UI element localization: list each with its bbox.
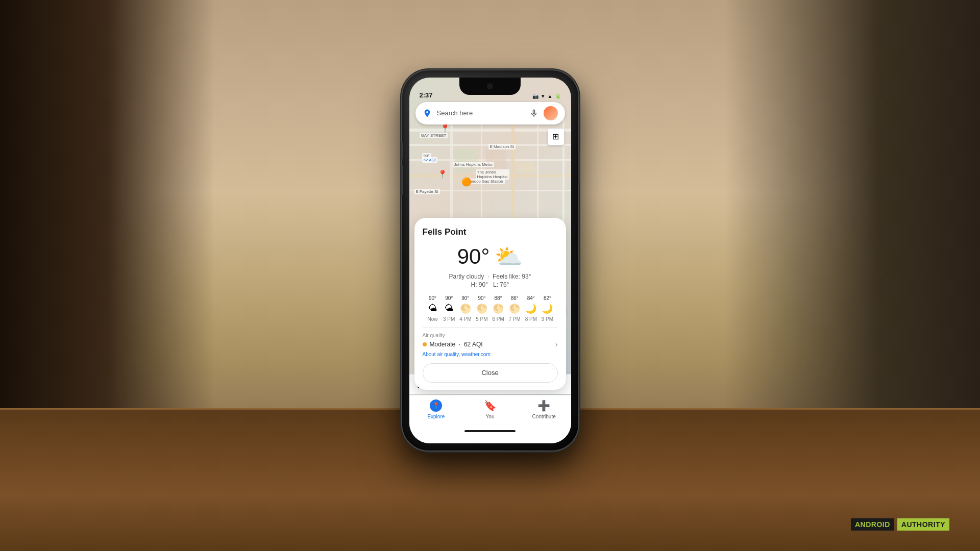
hour-icon-item: 🌕 — [474, 303, 490, 314]
hourly-times-row: Now3 PM4 PM5 PM6 PM7 PM8 PM9 PM — [423, 316, 558, 322]
aqi-status: Moderate · 62 AQI — [430, 341, 483, 348]
watermark: ANDROID AUTHORITY — [851, 518, 949, 531]
signal-icon: ▼ — [541, 93, 546, 99]
hour-weather-icon: 🌙 — [525, 303, 536, 314]
hour-weather-icon: 🌤 — [428, 303, 437, 314]
hour-temp-item: 90° — [425, 295, 441, 301]
hour-icon-item: 🌕 — [490, 303, 506, 314]
air-quality-link[interactable]: About air quality, weather.com — [423, 352, 558, 357]
map-label-madison: E Madison St — [488, 144, 516, 149]
map-label-hospital: The JohnsHopkins Hospital — [476, 169, 509, 180]
location-name: Fells Point — [423, 227, 558, 237]
nav-item-explore[interactable]: 📍Explore — [409, 399, 463, 419]
map-label-90: 90° — [422, 153, 431, 159]
nav-label-you: You — [486, 414, 495, 419]
status-time: 2:37 — [420, 91, 433, 99]
hour-temp-value: 86° — [511, 295, 519, 301]
hour-temp-item: 90° — [474, 295, 490, 301]
hour-time-item: 9 PM — [539, 316, 555, 322]
layers-button[interactable]: ⊞ — [548, 129, 564, 145]
bottom-navigation: 📍Explore🔖You➕Contribute — [409, 395, 571, 443]
hour-temp-item: 86° — [506, 295, 523, 301]
hour-temp-value: 84° — [527, 295, 535, 301]
hour-temp-value: 90° — [478, 295, 485, 301]
weather-icon-main: ⛅ — [495, 243, 523, 270]
hour-time-item: 4 PM — [457, 316, 474, 322]
map-marker-metro: 🟠 — [461, 177, 472, 187]
hour-time-label: 4 PM — [459, 316, 471, 322]
hour-icon-item: 🌤 — [425, 303, 441, 314]
hour-weather-icon: 🌕 — [460, 303, 471, 314]
watermark-authority: AUTHORITY — [897, 518, 949, 531]
nav-item-you[interactable]: 🔖You — [463, 399, 517, 419]
camera-dot — [487, 83, 493, 89]
hour-time-label: 8 PM — [525, 316, 537, 322]
aqi-chevron-icon: › — [555, 340, 558, 348]
user-avatar[interactable] — [544, 106, 558, 120]
hour-temp-value: 88° — [495, 295, 502, 301]
nav-label-explore: Explore — [427, 414, 445, 419]
status-icons: 📷 ▼ ▲ 🔋 — [532, 93, 561, 99]
air-quality-section: Air quality Moderate · 62 AQI › About ai… — [423, 327, 558, 357]
hour-time-label: 7 PM — [509, 316, 521, 322]
hour-temp-value: 82° — [544, 295, 551, 301]
close-button[interactable]: Close — [423, 363, 558, 383]
hour-weather-icon: 🌕 — [509, 303, 520, 314]
hour-time-item: 7 PM — [506, 316, 523, 322]
phone: GAY STREET Johns Hopkins Metro The Johns… — [402, 70, 578, 450]
hour-temp-item: 90° — [441, 295, 457, 301]
hourly-icons-row: 🌤🌤🌕🌕🌕🌕🌙🌙 — [423, 303, 558, 314]
close-button-label: Close — [481, 369, 498, 377]
weather-high-low: H: 90° L: 76° — [423, 281, 558, 288]
map-label-gaystreet: GAY STREET — [420, 133, 448, 138]
wifi-icon: ▲ — [548, 93, 553, 99]
weather-condition: Partly cloudy · Feels like: 93° — [423, 273, 558, 280]
nav-icon-contribute: ➕ — [537, 399, 550, 412]
hour-temp-item: 84° — [523, 295, 539, 301]
camera-notch — [459, 78, 521, 95]
nav-icon-you: 🔖 — [484, 399, 497, 412]
battery-icon: 🔋 — [555, 93, 561, 99]
hour-temp-value: 90° — [461, 295, 469, 301]
hour-time-item: 8 PM — [523, 316, 539, 322]
hour-icon-item: 🌤 — [441, 303, 457, 314]
map-marker-2: 📍 — [437, 169, 448, 179]
hour-time-label: 9 PM — [542, 316, 553, 322]
nav-item-contribute[interactable]: ➕Contribute — [517, 399, 571, 419]
power-button — [578, 152, 580, 183]
hour-temp-value: 90° — [429, 295, 436, 301]
maps-pin-icon — [423, 109, 432, 118]
volume-up-button — [401, 142, 403, 160]
temp-row: 90° ⛅ — [423, 243, 558, 270]
aqi-status-dot — [423, 342, 427, 346]
hour-icon-item: 🌙 — [523, 303, 539, 314]
hour-time-label: Now — [428, 316, 438, 322]
hour-temp-item: 90° — [457, 295, 474, 301]
watermark-android: ANDROID — [851, 518, 894, 531]
instagram-icon: 📷 — [532, 93, 538, 99]
hour-weather-icon: 🌤 — [445, 303, 454, 314]
map-label-fayette: E Fayette St — [414, 189, 440, 194]
phone-screen: GAY STREET Johns Hopkins Metro The Johns… — [409, 78, 571, 443]
hour-temp-item: 82° — [539, 295, 555, 301]
nav-pill — [464, 430, 516, 432]
nav-icon-explore: 📍 — [430, 399, 442, 412]
air-quality-info: Moderate · 62 AQI — [423, 341, 483, 348]
mic-icon[interactable] — [529, 109, 538, 118]
hour-time-item: 5 PM — [474, 316, 490, 322]
search-bar[interactable]: Search here — [415, 102, 565, 124]
hour-temp-value: 90° — [445, 295, 453, 301]
hour-temp-item: 88° — [490, 295, 506, 301]
hour-weather-icon: 🌕 — [476, 303, 487, 314]
hour-weather-icon: 🌙 — [542, 303, 553, 314]
volume-down-button — [401, 165, 403, 195]
hour-time-item: 3 PM — [441, 316, 457, 322]
hour-time-label: 3 PM — [443, 316, 455, 322]
hour-icon-item: 🌙 — [539, 303, 555, 314]
hour-weather-icon: 🌕 — [493, 303, 504, 314]
hour-icon-item: 🌕 — [506, 303, 523, 314]
hourly-temps-row: 90°90°90°90°88°86°84°82° — [423, 295, 558, 301]
air-quality-label: Air quality — [423, 333, 558, 338]
air-quality-row[interactable]: Moderate · 62 AQI › — [423, 340, 558, 348]
map-marker-1: 📍 — [440, 123, 450, 133]
